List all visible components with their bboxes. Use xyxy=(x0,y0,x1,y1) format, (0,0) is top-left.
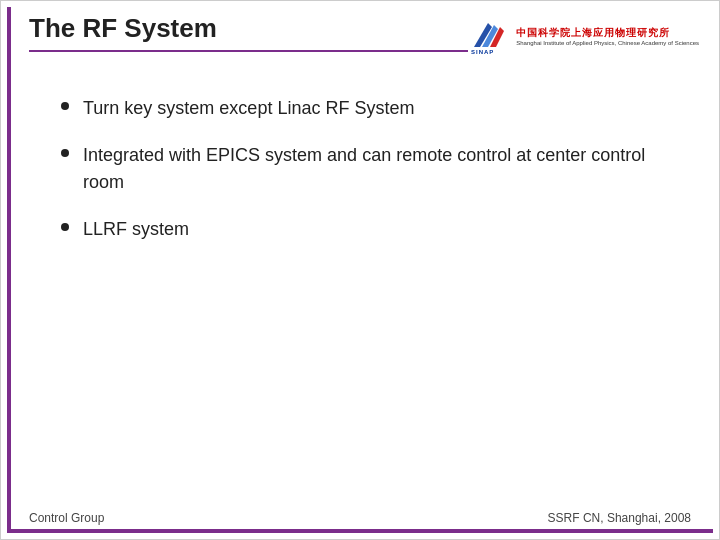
slide-header: The RF System SINAP 中国科学院上海应用物理研究所 Shang… xyxy=(1,1,719,55)
slide-title: The RF System xyxy=(21,13,468,44)
list-item: Turn key system except Linac RF System xyxy=(61,95,669,122)
svg-text:SINAP: SINAP xyxy=(471,49,494,55)
slide: The RF System SINAP 中国科学院上海应用物理研究所 Shang… xyxy=(0,0,720,540)
list-item: LLRF system xyxy=(61,216,669,243)
footer-left-label: Control Group xyxy=(21,511,104,525)
bullet-text-1: Turn key system except Linac RF System xyxy=(83,95,669,122)
bullet-list: Turn key system except Linac RF System I… xyxy=(61,95,669,243)
logo-english-text: Shanghai Institute of Applied Physics, C… xyxy=(516,40,699,46)
bullet-dot xyxy=(61,223,69,231)
title-section: The RF System xyxy=(21,13,468,52)
logo-chinese-text: 中国科学院上海应用物理研究所 xyxy=(516,26,699,40)
slide-footer: Control Group SSRF CN, Shanghai, 2008 xyxy=(21,511,699,525)
list-item: Integrated with EPICS system and can rem… xyxy=(61,142,669,196)
bullet-text-2: Integrated with EPICS system and can rem… xyxy=(83,142,669,196)
bullet-dot xyxy=(61,102,69,110)
content-area: Turn key system except Linac RF System I… xyxy=(1,55,719,283)
bullet-text-3: LLRF system xyxy=(83,216,669,243)
logo-text-block: 中国科学院上海应用物理研究所 Shanghai Institute of App… xyxy=(516,26,699,46)
sinap-logo-icon: SINAP xyxy=(468,17,510,55)
bullet-dot xyxy=(61,149,69,157)
footer-right-label: SSRF CN, Shanghai, 2008 xyxy=(548,511,699,525)
title-underline xyxy=(29,50,468,52)
logo-area: SINAP 中国科学院上海应用物理研究所 Shanghai Institute … xyxy=(468,13,699,55)
